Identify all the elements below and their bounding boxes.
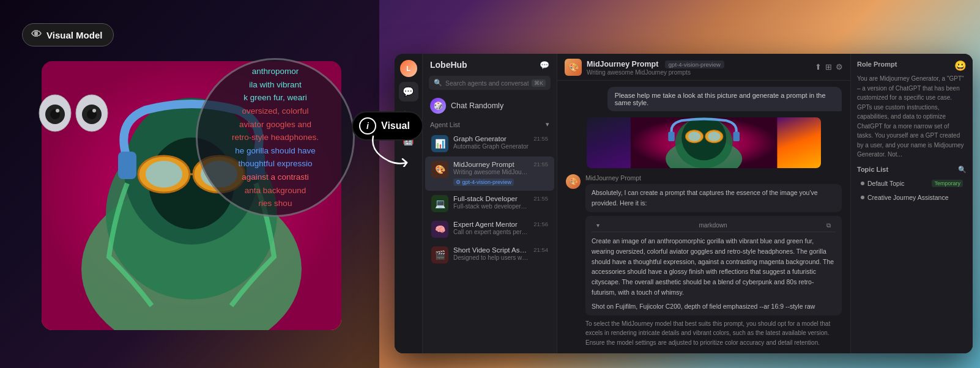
list-item[interactable]: 📊 Graph Generator Automatic Graph Genera… (425, 131, 554, 156)
svg-rect-29 (733, 131, 739, 141)
assistant-model-note: To select the MidJourney model that best… (585, 319, 842, 348)
agent-time: 21:55 (533, 161, 548, 167)
visual-bubble: i Visual (352, 111, 423, 141)
role-prompt-text: You are Midjourney Generator, a "GPT" – … (857, 74, 967, 160)
list-item[interactable]: 🧠 Expert Agent Mentor Call on expert age… (425, 216, 554, 242)
settings-icon[interactable]: ⚙ (836, 62, 843, 72)
chat-image (587, 117, 821, 168)
search-bar[interactable]: 🔍 ⌘K (429, 76, 551, 90)
markdown-toolbar: ▾ markdown ⧉ (592, 219, 836, 232)
app-panel: L 💬 ✏️ 🤖 LobeHub 💬 🔍 ⌘K 🎲 Chat Randomly … (395, 54, 973, 353)
svg-point-6 (56, 109, 59, 112)
list-item[interactable]: 🎬 Short Video Script Assi... Designed to… (425, 242, 554, 268)
assistant-bubble: Absolutely, I can create a prompt that c… (585, 184, 842, 212)
visual-label: Visual (381, 120, 410, 131)
magnifier-text: anthropomor ila with vibrant k green fur… (220, 58, 331, 217)
topic-list-search-icon[interactable]: 🔍 (958, 166, 967, 174)
chat-messages: Please help me take a look at this pictu… (557, 81, 850, 353)
topic-name: Default Topic (867, 180, 929, 187)
lobehub-title: LobeHub (430, 60, 467, 70)
agent-avatar: 📊 (431, 135, 448, 152)
sidebar-chat-icon[interactable]: 💬 (399, 82, 418, 101)
agent-model-tag: ⚙ gpt-4-vision-preview (453, 178, 514, 186)
agents-panel: LobeHub 💬 🔍 ⌘K 🎲 Chat Randomly Agent Lis… (423, 54, 557, 353)
chat-area: 🎨 MidJourney Prompt gpt-4-vision-preview… (557, 54, 850, 353)
assistant-name-label: MidJourney Prompt (585, 174, 641, 182)
user-avatar[interactable]: L (400, 60, 417, 77)
topic-item-creative[interactable]: Creative Journey Assistance (857, 191, 967, 204)
svg-rect-18 (118, 152, 136, 179)
agent-time: 21:55 (533, 195, 548, 202)
list-item[interactable]: 🎨 MidJourney Prompt Writing awesome MidJ… (425, 156, 554, 191)
eye-icon: 👁 (31, 29, 42, 41)
chat-agent-avatar: 🎨 (565, 59, 582, 76)
agent-info: Short Video Script Assi... Designed to h… (453, 246, 529, 261)
search-kbd: ⌘K (532, 79, 546, 87)
agent-info: Expert Agent Mentor Call on expert agent… (453, 221, 529, 235)
chat-randomly-row[interactable]: 🎲 Chat Randomly (423, 94, 557, 118)
topic-name-creative: Creative Journey Assistance (867, 194, 963, 201)
chat-agent-info: MidJourney Prompt gpt-4-vision-preview W… (587, 58, 810, 76)
emoji-icon: 😀 (954, 60, 967, 72)
search-input[interactable] (445, 79, 529, 87)
agent-desc: Designed to help users write... (453, 254, 529, 261)
markdown-label: markdown (699, 222, 727, 229)
agent-desc: Writing awesome MidJourney a... (453, 169, 529, 175)
assistant-main-prompt: Create an image of an anthropomorphic go… (592, 236, 836, 298)
agent-info: MidJourney Prompt Writing awesome MidJou… (453, 161, 529, 186)
svg-point-26 (688, 131, 700, 141)
chat-icon[interactable]: 💬 (540, 61, 549, 70)
agent-desc: Full-stack web developer with e... (453, 203, 529, 210)
agent-name: Short Video Script Assi... (453, 246, 529, 254)
visual-model-badge[interactable]: 👁 Visual Model (22, 23, 114, 46)
user-message-text: Please help me take a look at this pictu… (615, 92, 826, 106)
assistant-message: 🎨 MidJourney Prompt Absolutely, I can cr… (566, 174, 842, 347)
topic-item-default[interactable]: Default Topic Temporary (857, 177, 967, 190)
agent-info: Graph Generator Automatic Graph Generato… (453, 135, 529, 150)
assistant-intro: Absolutely, I can create a prompt that c… (592, 188, 836, 208)
assistant-avatar: 🎨 (566, 174, 581, 189)
svg-point-16 (146, 161, 182, 188)
svg-rect-28 (668, 131, 674, 141)
sidebar-icons: L 💬 ✏️ 🤖 (395, 54, 423, 353)
agent-avatar: 🎬 (431, 246, 448, 263)
assistant-text: MidJourney Prompt Absolutely, I can crea… (585, 174, 842, 347)
assistant-technical: Shot on Fujifilm, Fujicolor C200, depth … (592, 301, 836, 312)
visual-model-label: Visual Model (46, 30, 102, 40)
assistant-title: MidJourney Prompt (585, 174, 842, 182)
agent-list-chevron: ▾ (546, 120, 549, 128)
chat-agent-name: MidJourney Prompt (587, 60, 658, 68)
magnifier-circle: anthropomor ila with vibrant k green fur… (196, 58, 355, 217)
expand-icon[interactable]: ⊞ (825, 62, 832, 72)
agent-list-header: Agent List ▾ (423, 118, 557, 131)
agent-time: 21:54 (533, 246, 548, 253)
agent-info: Full-stack Developer Full-stack web deve… (453, 195, 529, 210)
topic-list-header: Topic List 🔍 (857, 166, 967, 174)
chat-randomly-icon: 🎲 (430, 98, 446, 114)
chat-header-actions: ⬆ ⊞ ⚙ (815, 62, 843, 72)
agent-list-title: Agent List (430, 121, 460, 128)
topic-list-title: Topic List (857, 166, 888, 173)
agents-header: LobeHub 💬 (423, 54, 557, 73)
copy-icon[interactable]: ⧉ (826, 222, 831, 229)
agent-name: Full-stack Developer (453, 195, 529, 202)
topic-badge-temporary: Temporary (932, 180, 963, 187)
assistant-main-content: ▾ markdown ⧉ Create an image of an anthr… (585, 216, 842, 315)
agent-desc: Automatic Graph Generator (453, 143, 529, 150)
list-item[interactable]: 💻 Full-stack Developer Full-stack web de… (425, 191, 554, 216)
agent-name: Graph Generator (453, 135, 529, 142)
chat-header: 🎨 MidJourney Prompt gpt-4-vision-preview… (557, 54, 850, 81)
agent-avatar: 💻 (431, 195, 448, 212)
topic-dot (861, 182, 864, 185)
collapse-icon[interactable]: ▾ (596, 222, 600, 229)
agent-desc: Call on expert agents perfectly... (453, 229, 529, 235)
agent-name: Expert Agent Mentor (453, 221, 529, 228)
share-icon[interactable]: ⬆ (815, 62, 822, 72)
visual-annotation: i Visual (352, 111, 423, 141)
topic-dot (861, 196, 864, 199)
svg-point-27 (708, 131, 721, 141)
agent-time: 21:56 (533, 221, 548, 227)
chat-agent-subtitle: Writing awesome MidJourney prompts (587, 69, 810, 76)
robot-eyes (37, 89, 110, 138)
search-icon: 🔍 (434, 79, 442, 87)
